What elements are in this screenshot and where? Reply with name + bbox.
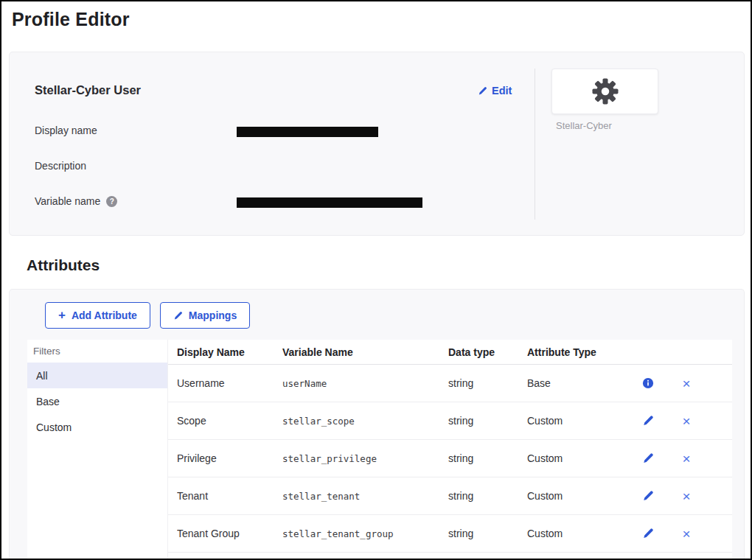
edit-icon[interactable] [642,490,654,502]
mappings-button[interactable]: Mappings [160,302,250,329]
edit-icon[interactable] [642,528,654,539]
variable-name-redacted-value [237,197,422,208]
cell-variable-name: stellar_tenant_group [282,528,448,539]
edit-profile-button[interactable]: Edit [478,85,512,97]
table-row: Privilege stellar_privilege string Custo… [168,440,732,477]
table-row: Tenant Group stellar_tenant_group string… [168,515,732,553]
table-row: Scope stellar_scope string Custom × [168,402,732,440]
display-name-label: Display name [35,125,97,136]
pencil-icon [173,311,183,321]
cell-display-name: Privilege [177,452,282,464]
description-label: Description [35,160,86,172]
info-icon[interactable] [642,377,654,389]
filter-item-base[interactable]: Base [27,388,167,414]
profile-editor-screen: Profile Editor Stellar-Cyber User Edit [0,0,752,560]
plus-icon: + [58,309,66,321]
attributes-heading: Attributes [27,256,100,274]
cell-attribute-type: Custom [527,415,629,427]
cell-display-name: Scope [177,415,282,427]
cell-attribute-type: Custom [527,452,629,464]
filter-list: AllBaseCustom [27,363,167,440]
cell-attribute-type: Custom [527,490,629,502]
filters-title: Filters [27,340,167,363]
delete-icon[interactable]: × [682,527,690,541]
filter-item-custom[interactable]: Custom [27,414,167,440]
header-variable-name: Variable Name [282,346,448,358]
delete-icon[interactable]: × [682,414,690,428]
pencil-icon [478,86,487,96]
cell-display-name: Tenant Group [177,528,282,539]
variable-name-label: Variable name ? [35,195,117,207]
filter-item-all[interactable]: All [27,363,167,388]
edit-icon[interactable] [642,452,654,464]
profile-name: Stellar-Cyber User [35,83,141,97]
header-display-name: Display Name [177,346,282,358]
edit-icon[interactable] [642,415,654,427]
cell-variable-name: stellar_scope [282,416,448,427]
attributes-content: Filters AllBaseCustom Display Name Varia… [27,340,732,560]
filters-panel: Filters AllBaseCustom [27,340,168,560]
attributes-table: Display Name Variable Name Data type Att… [168,340,732,560]
profile-summary-panel: Stellar-Cyber User Edit [9,52,745,236]
cell-variable-name: stellar_privilege [282,453,448,464]
vertical-divider [535,69,535,220]
display-name-redacted-value [237,127,378,137]
add-attribute-button[interactable]: + Add Attribute [45,302,150,329]
delete-icon[interactable]: × [682,489,690,503]
table-header-row: Display Name Variable Name Data type Att… [168,340,732,365]
cell-data-type: string [448,415,527,427]
header-data-type: Data type [448,346,527,358]
delete-icon[interactable]: × [682,377,690,391]
provider-label: Stellar-Cyber [556,120,612,131]
cell-variable-name: stellar_tenant [282,491,448,502]
table-row: Username userName string Base × [168,365,732,402]
gear-icon [590,76,621,107]
table-body: Username userName string Base × Scope st… [168,365,732,553]
cell-attribute-type: Base [527,377,629,389]
cell-data-type: string [448,452,527,464]
cell-display-name: Username [177,377,282,389]
table-row: Tenant stellar_tenant string Custom × [168,477,732,515]
edit-label: Edit [492,85,512,97]
cell-data-type: string [448,377,527,389]
cell-display-name: Tenant [177,490,282,502]
cell-variable-name: userName [282,378,448,389]
attributes-panel: + Add Attribute Mappings Filters AllBase… [9,289,745,560]
help-icon[interactable]: ? [106,196,117,207]
provider-card [551,69,658,114]
header-attribute-type: Attribute Type [527,346,629,358]
cell-data-type: string [448,528,527,539]
attributes-toolbar: + Add Attribute Mappings [45,302,250,329]
delete-icon[interactable]: × [682,452,690,466]
cell-attribute-type: Custom [527,528,629,539]
page-title: Profile Editor [12,9,130,30]
cell-data-type: string [448,490,527,502]
